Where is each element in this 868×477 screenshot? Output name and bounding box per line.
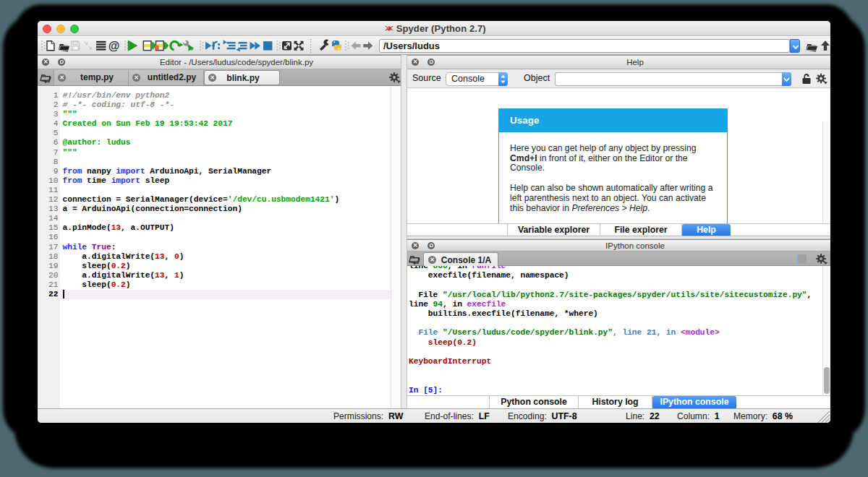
svg-text:@: @ [109, 40, 120, 52]
